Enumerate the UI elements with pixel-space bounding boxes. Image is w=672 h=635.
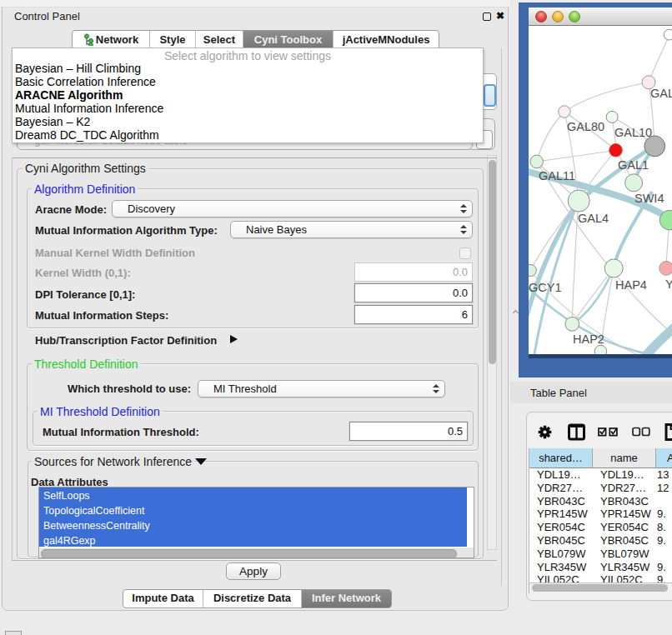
svg-text:HAP2: HAP2 [573, 332, 604, 346]
svg-text:HAP4: HAP4 [615, 278, 647, 292]
svg-text:SWI4: SWI4 [634, 192, 664, 205]
svg-text:GCY1: GCY1 [529, 281, 562, 294]
svg-text:GAL11: GAL11 [539, 169, 575, 182]
svg-text:GAL: GAL [650, 87, 672, 100]
svg-text:Y: Y [665, 278, 672, 291]
svg-text:GAL80: GAL80 [567, 120, 604, 133]
svg-text:GAL4: GAL4 [578, 212, 609, 225]
svg-text:GAL10: GAL10 [614, 126, 652, 139]
svg-text:GAL1: GAL1 [618, 158, 649, 172]
